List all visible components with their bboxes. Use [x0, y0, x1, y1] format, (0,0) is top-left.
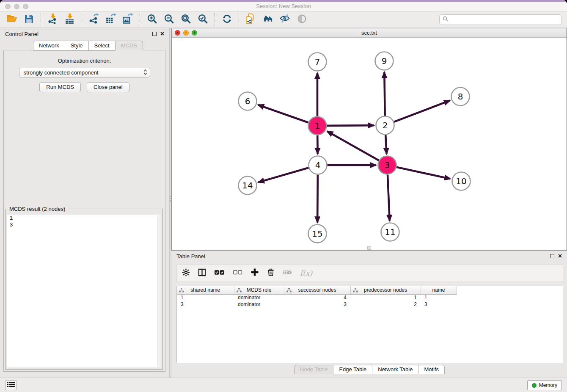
table-panel-title: Table Panel [176, 253, 205, 259]
graph-node-label: 10 [456, 176, 466, 186]
show-all-button[interactable] [259, 12, 276, 27]
graph-node-label: 9 [382, 56, 387, 66]
search-field[interactable] [439, 14, 562, 25]
memory-button[interactable]: Memory [527, 380, 562, 390]
import-table-icon [64, 13, 75, 26]
open-session-button[interactable] [3, 12, 20, 27]
tab-network[interactable]: Network [33, 41, 65, 51]
graph-node-label: 6 [245, 96, 250, 106]
import-table-button[interactable] [61, 12, 78, 27]
splitter-handle-icon[interactable] [170, 196, 171, 203]
graph-edge-2-3[interactable] [385, 135, 386, 154]
show-hidden-button[interactable] [293, 12, 310, 27]
graph-edge-2-8[interactable] [394, 100, 450, 122]
result-item: 3 [7, 221, 161, 228]
table-tabs: Node Table Edge Table Network Table Moti… [171, 365, 567, 374]
toolbar-separator [41, 13, 41, 26]
duplicate-network-button[interactable] [242, 12, 259, 27]
column-header-0[interactable]: shared name [177, 286, 234, 294]
export-image-button[interactable] [119, 12, 136, 27]
zoom-out-button[interactable] [160, 12, 177, 27]
control-panel: Control Panel × Network Style Select MCD… [0, 28, 169, 378]
import-network-button[interactable] [44, 12, 61, 27]
export-table-button[interactable] [102, 12, 119, 27]
zoom-fit-button[interactable] [177, 12, 194, 27]
zoom-in-button[interactable] [143, 12, 160, 27]
table-row[interactable]: 1dominator411 [177, 294, 457, 301]
show-column-button[interactable] [198, 268, 206, 278]
float-panel-icon[interactable] [152, 32, 157, 36]
graph-edge-3-1[interactable] [327, 131, 379, 160]
export-table-icon [105, 13, 116, 26]
column-header-4[interactable]: name [421, 286, 457, 294]
tab-edge-table[interactable]: Edge Table [333, 365, 372, 374]
memory-label: Memory [539, 382, 557, 388]
run-mcds-button[interactable]: Run MCDS [39, 82, 81, 92]
tab-network-table[interactable]: Network Table [372, 365, 418, 374]
table-cell: dominator [234, 294, 284, 301]
graph-edge-3-10[interactable] [396, 167, 450, 179]
column-tree-icon [353, 288, 358, 293]
network-maximize-button[interactable]: + [192, 30, 197, 36]
save-session-button[interactable] [20, 12, 37, 27]
close-panel-icon[interactable]: × [160, 32, 164, 36]
column-header-label: predecessor nodes [364, 287, 407, 293]
function-builder-button[interactable]: f(x) [300, 269, 312, 277]
export-image-icon [122, 13, 133, 26]
tab-style[interactable]: Style [65, 41, 89, 51]
close-table-panel-icon[interactable]: × [558, 254, 562, 258]
network-canvas[interactable]: 1234678910111415 [172, 38, 567, 250]
table-row[interactable]: 3dominator323 [177, 301, 457, 308]
graph-node-label: 4 [315, 160, 321, 170]
graph-edge-1-2[interactable] [327, 125, 374, 126]
graph-node-label: 8 [458, 91, 463, 102]
mcds-result-list[interactable]: 13 [7, 215, 161, 367]
network-close-button[interactable]: × [175, 30, 180, 36]
criterion-dropdown[interactable]: strongly connected component [19, 68, 150, 77]
table-panel: Table Panel × f(x) shared nameMCDS roles… [171, 251, 567, 378]
float-table-panel-icon[interactable] [550, 254, 554, 258]
tab-select[interactable]: Select [88, 41, 116, 51]
graph-node-label: 1 [315, 121, 320, 131]
result-scrollbar[interactable] [157, 215, 161, 367]
graph-edge-4-15[interactable] [317, 174, 318, 222]
delete-column-button[interactable] [267, 268, 275, 278]
search-input[interactable] [450, 17, 559, 22]
columns-icon [198, 268, 206, 278]
delete-table-button[interactable] [283, 269, 292, 277]
hide-selected-button[interactable] [276, 12, 293, 27]
open-folder-icon [6, 13, 17, 26]
add-column-button[interactable] [250, 268, 259, 278]
column-header-1[interactable]: MCDS role [234, 286, 284, 294]
mcds-panel: Optimization criterion: strongly connect… [3, 50, 165, 372]
graph-edge-3-11[interactable] [388, 174, 390, 221]
graph-edge-2-9[interactable] [384, 72, 385, 116]
export-network-button[interactable] [85, 12, 102, 27]
graph-edge-1-6[interactable] [258, 105, 308, 123]
column-header-2[interactable]: successor nodes [284, 286, 350, 294]
table-options-button[interactable] [182, 268, 190, 278]
tab-motifs[interactable]: Motifs [418, 365, 445, 374]
network-minimize-button[interactable]: − [183, 30, 189, 36]
refresh-layout-button[interactable] [218, 12, 235, 27]
criterion-value: strongly connected component [24, 69, 99, 76]
deselect-all-columns-button[interactable] [233, 269, 242, 277]
select-all-columns-button[interactable] [214, 269, 225, 277]
gear-icon [182, 268, 190, 278]
tab-mcds[interactable]: MCDS [115, 41, 143, 51]
close-panel-button[interactable]: Close panel [87, 82, 129, 92]
zoom-selected-button[interactable] [194, 12, 211, 27]
toolbar-separator [215, 13, 215, 26]
column-tree-icon [237, 288, 242, 293]
canvas-resize-handle[interactable] [367, 246, 371, 250]
column-header-3[interactable]: predecessor nodes [350, 286, 421, 294]
app-window: Session: New Session Control Panel [0, 0, 567, 392]
tab-node-table[interactable]: Node Table [294, 365, 334, 374]
graph-edge-4-14[interactable] [258, 168, 308, 182]
table-cell: 3 [284, 301, 350, 308]
network-window-titlebar[interactable]: × − + scc.txt [172, 28, 567, 38]
export-network-icon [88, 13, 99, 26]
show-task-history-button[interactable] [5, 380, 17, 390]
table-toolbar: f(x) [176, 264, 563, 282]
table-cell: 2 [350, 301, 421, 308]
